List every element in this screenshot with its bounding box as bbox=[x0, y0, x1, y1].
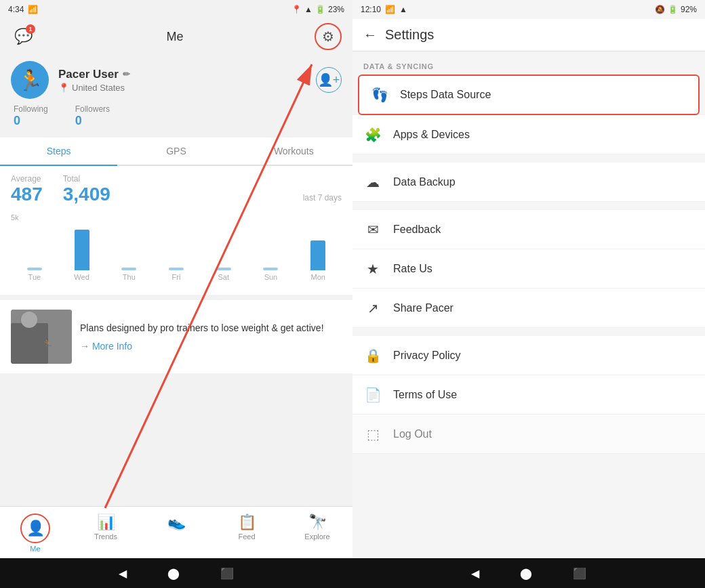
bar-dash-fri bbox=[169, 268, 184, 270]
divider-1 bbox=[352, 154, 705, 163]
nav-explore[interactable]: 🔭 Explore bbox=[282, 511, 352, 555]
profile-section: 🏃 Pacer User ✏ 📍 United States 👤+ Follow… bbox=[0, 54, 352, 138]
feed-label: Feed bbox=[238, 532, 255, 541]
lock-icon: 🔒 bbox=[363, 348, 382, 364]
bar-fill-wed bbox=[75, 230, 89, 270]
divider-3 bbox=[352, 328, 705, 336]
logout-icon: ⬚ bbox=[363, 426, 382, 442]
messages-button[interactable]: 💬 1 bbox=[11, 24, 35, 49]
share-icon: ↗ bbox=[363, 300, 382, 316]
home-system-btn[interactable]: ⬤ bbox=[167, 567, 180, 580]
average-label: Average bbox=[11, 174, 43, 184]
add-friend-button[interactable]: 👤+ bbox=[316, 67, 342, 93]
nav-trends[interactable]: 📊 Trends bbox=[70, 511, 141, 555]
avatar: 🏃 bbox=[11, 61, 49, 99]
share-pacer-item[interactable]: ↗ Share Pacer bbox=[352, 289, 705, 328]
r-recent-system-btn[interactable]: ⬛ bbox=[573, 567, 586, 580]
avatar-icon: 🏃 bbox=[18, 68, 43, 92]
back-system-btn[interactable]: ◀ bbox=[119, 567, 127, 580]
chart-section: 5k bbox=[11, 208, 342, 287]
steps-content: Average 487 Total 3,409 last 7 days 5k bbox=[0, 166, 352, 295]
total-label: Total bbox=[63, 174, 110, 184]
document-icon: 📄 bbox=[363, 387, 382, 403]
signal-icon: 📶 bbox=[28, 5, 38, 14]
nav-feed[interactable]: 📋 Feed bbox=[212, 511, 282, 555]
me-label: Me bbox=[30, 545, 40, 553]
gear-icon: ⚙ bbox=[322, 28, 334, 45]
right-panel: 12:10 📶 ▲ 🔕 🔋 92% ← Settings DATA & SYNC… bbox=[352, 0, 705, 588]
back-button[interactable]: ← bbox=[363, 27, 377, 43]
log-out-item[interactable]: ⬚ Log Out bbox=[352, 415, 705, 454]
tab-steps[interactable]: Steps bbox=[0, 138, 117, 166]
data-backup-item[interactable]: ☁ Data Backup bbox=[352, 163, 705, 202]
log-out-label: Log Out bbox=[393, 428, 432, 440]
apps-devices-item[interactable]: 🧩 Apps & Devices bbox=[352, 115, 705, 154]
day-fri: Fri bbox=[153, 273, 200, 281]
me-icon: 👤 bbox=[26, 520, 45, 537]
battery-icon: 🔋 bbox=[315, 5, 325, 14]
steps-data-source-item[interactable]: 👣 Steps Data Source bbox=[358, 75, 700, 115]
track-icon: 👟 bbox=[167, 513, 186, 531]
svg-point-2 bbox=[21, 312, 37, 328]
average-stat: Average 487 bbox=[11, 174, 43, 205]
wifi-icon: ▲ bbox=[304, 5, 313, 14]
y-axis-label: 5k bbox=[11, 213, 342, 222]
explore-label: Explore bbox=[304, 532, 329, 541]
day-sun: Sun bbox=[247, 273, 295, 281]
stats-row: Average 487 Total 3,409 last 7 days bbox=[11, 174, 342, 205]
tab-workouts[interactable]: Workouts bbox=[235, 138, 352, 165]
promo-text: Plans designed by pro trainers to lose w… bbox=[80, 322, 342, 352]
system-bar-right: ◀ ⬤ ⬛ bbox=[352, 558, 705, 588]
edit-profile-icon[interactable]: ✏ bbox=[123, 69, 130, 79]
nav-track[interactable]: 👟 bbox=[141, 511, 212, 555]
settings-top-bar: ← Settings bbox=[352, 19, 705, 51]
location-pin-icon: 📍 bbox=[58, 83, 69, 93]
top-bar: 💬 1 Me ⚙ bbox=[0, 19, 352, 54]
feedback-item[interactable]: ✉ Feedback bbox=[352, 210, 705, 249]
bar-wed bbox=[58, 223, 106, 270]
location-icon: 📍 bbox=[291, 5, 302, 14]
period-label: last 7 days bbox=[303, 193, 342, 205]
tab-gps[interactable]: GPS bbox=[117, 138, 235, 165]
profile-info: Pacer User ✏ 📍 United States bbox=[58, 68, 306, 93]
settings-title: Settings bbox=[385, 27, 434, 43]
page-title: Me bbox=[166, 30, 183, 44]
data-syncing-label: DATA & SYNCING bbox=[352, 51, 705, 75]
location-text: United States bbox=[72, 83, 125, 93]
bar-dash-sun bbox=[263, 268, 278, 270]
bottom-nav: 👤 Me 📊 Trends 👟 📋 Feed 🔭 Explore bbox=[0, 506, 352, 558]
activity-tabs: Steps GPS Workouts bbox=[0, 138, 352, 166]
terms-of-use-item[interactable]: 📄 Terms of Use bbox=[352, 375, 705, 415]
star-icon: ★ bbox=[363, 261, 382, 277]
r-back-system-btn[interactable]: ◀ bbox=[471, 567, 479, 580]
settings-list: 👣 Steps Data Source 🧩 Apps & Devices ☁ D… bbox=[352, 75, 705, 558]
following-item: Following 0 bbox=[14, 104, 48, 128]
following-label: Following bbox=[14, 104, 48, 114]
steps-data-source-label: Steps Data Source bbox=[400, 89, 491, 101]
day-mon: Mon bbox=[294, 273, 342, 281]
message-badge: 1 bbox=[26, 24, 35, 34]
follow-stats: Following 0 Followers 0 bbox=[11, 104, 342, 128]
r-battery-pct: 92% bbox=[681, 5, 697, 14]
bar-sun bbox=[247, 223, 295, 270]
add-person-icon: 👤+ bbox=[318, 72, 340, 87]
r-time-display: 12:10 bbox=[361, 5, 381, 14]
nav-me[interactable]: 👤 Me bbox=[0, 511, 70, 555]
rate-us-label: Rate Us bbox=[393, 263, 432, 275]
bar-dash-sat bbox=[216, 268, 231, 270]
rate-us-item[interactable]: ★ Rate Us bbox=[352, 249, 705, 289]
apps-devices-label: Apps & Devices bbox=[393, 129, 470, 141]
divider-2 bbox=[352, 202, 705, 210]
profile-location: 📍 United States bbox=[58, 83, 306, 93]
bar-fri bbox=[153, 223, 200, 270]
recent-system-btn[interactable]: ⬛ bbox=[220, 567, 234, 580]
more-info-link[interactable]: → More Info bbox=[80, 341, 342, 352]
settings-button[interactable]: ⚙ bbox=[315, 23, 342, 50]
terms-of-use-label: Terms of Use bbox=[393, 389, 457, 401]
privacy-policy-item[interactable]: 🔒 Privacy Policy bbox=[352, 336, 705, 375]
total-stat: Total 3,409 bbox=[63, 174, 110, 205]
status-bar-right: 12:10 📶 ▲ 🔕 🔋 92% bbox=[352, 0, 705, 19]
left-panel: 4:34 📶 📍 ▲ 🔋 23% 💬 1 Me ⚙ 🏃 Pacer U bbox=[0, 0, 352, 588]
feed-icon: 📋 bbox=[238, 513, 256, 531]
r-home-system-btn[interactable]: ⬤ bbox=[520, 567, 532, 580]
